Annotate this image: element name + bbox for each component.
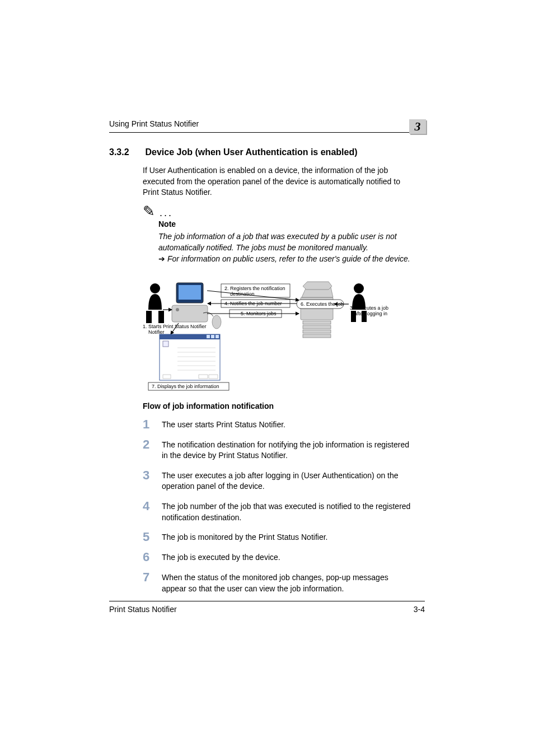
svg-point-23 — [354, 283, 364, 293]
svg-rect-31 — [211, 335, 214, 338]
section-title: Device Job (when User Authentication is … — [145, 147, 357, 157]
step-text: The user starts Print Status Notifier. — [162, 418, 285, 431]
step-item: 5The job is monitored by the Print Statu… — [143, 531, 411, 543]
note-ref: ➔ For information on public users, refer… — [158, 253, 421, 264]
step-number: 1 — [143, 418, 162, 431]
step-item: 2The notification destination for notify… — [143, 438, 411, 461]
chapter-number: 3 — [415, 119, 421, 134]
footer-title: Print Status Notifier — [109, 605, 177, 614]
svg-rect-5 — [172, 305, 208, 322]
step-text: When the status of the monitored job cha… — [162, 571, 411, 594]
running-title: Using Print Status Notifier — [109, 119, 199, 128]
step-text: The job is executed by the device. — [162, 551, 280, 563]
flow-heading: Flow of job information notification — [143, 402, 425, 410]
step-number: 4 — [143, 500, 162, 523]
footer-rule — [109, 601, 425, 601]
step-number: 5 — [143, 531, 162, 543]
note-label: Note — [158, 220, 425, 228]
note-block: ✎ ... Note The job information of a job … — [143, 204, 425, 265]
svg-rect-32 — [216, 335, 219, 338]
step-text: The job is monitored by the Print Status… — [162, 531, 327, 543]
diagram-label-3a: 3. Executes a job — [350, 305, 388, 311]
section-number: 3.3.2 — [109, 147, 143, 157]
header-rule — [109, 132, 425, 133]
page: Using Print Status Notifier 3 3.3.2 Devi… — [0, 0, 534, 756]
svg-rect-20 — [303, 334, 331, 338]
step-item: 7When the status of the monitored job ch… — [143, 571, 411, 594]
step-number: 2 — [143, 438, 162, 461]
diagram-label-3b: after logging in — [354, 311, 387, 316]
svg-rect-18 — [303, 325, 331, 329]
svg-rect-39 — [163, 341, 168, 347]
step-text: The job number of the job that was execu… — [162, 500, 411, 523]
note-body: The job information of a job that was ex… — [158, 231, 421, 254]
svg-rect-4 — [179, 285, 201, 300]
step-number: 6 — [143, 551, 162, 563]
step-item: 6The job is executed by the device. — [143, 551, 411, 563]
note-icon: ✎ ... — [143, 204, 425, 218]
intro-paragraph: If User Authentication is enabled on a d… — [143, 165, 411, 198]
step-item: 1The user starts Print Status Notifier. — [143, 418, 411, 431]
step-text: The user executes a job after logging in… — [162, 469, 411, 492]
svg-rect-19 — [303, 330, 331, 333]
diagram-box-2a: 2. Registers the notification — [224, 286, 285, 291]
svg-rect-29 — [160, 334, 220, 339]
step-item: 3The user executes a job after logging i… — [143, 469, 411, 492]
step-number: 3 — [143, 469, 162, 492]
svg-rect-1 — [146, 311, 152, 323]
svg-point-7 — [212, 315, 221, 329]
step-text: The notification destination for notifyi… — [162, 438, 411, 461]
section-heading: 3.3.2 Device Job (when User Authenticati… — [109, 147, 425, 157]
step-number: 7 — [143, 571, 162, 594]
svg-rect-30 — [207, 335, 210, 338]
diagram: 1. Starts Print Status Notifier Notifier… — [143, 276, 411, 394]
svg-point-0 — [150, 283, 160, 293]
main-content: 3.3.2 Device Job (when User Authenticati… — [109, 147, 425, 602]
chapter-number-box: 3 — [409, 119, 426, 134]
footer: Print Status Notifier 3-4 — [109, 605, 425, 614]
steps-list: 1The user starts Print Status Notifier. … — [143, 418, 411, 595]
svg-rect-2 — [158, 311, 164, 323]
svg-rect-17 — [303, 321, 331, 324]
page-number: 3-4 — [414, 605, 425, 614]
step-item: 4The job number of the job that was exec… — [143, 500, 411, 523]
diagram-label-7: 7. Displays the job information — [152, 384, 219, 389]
svg-point-6 — [176, 308, 179, 311]
running-header: Using Print Status Notifier — [109, 119, 425, 129]
